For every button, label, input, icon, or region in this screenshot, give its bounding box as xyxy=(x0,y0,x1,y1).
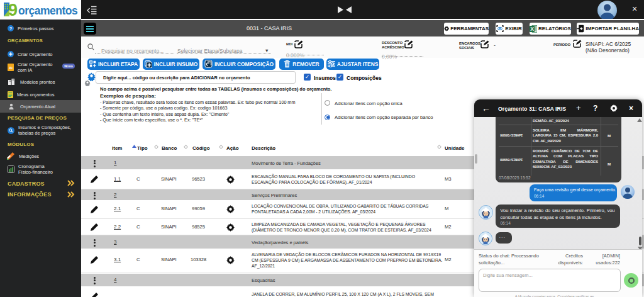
svg-text:X: X xyxy=(530,26,534,32)
svg-text:9: 9 xyxy=(8,1,18,19)
svg-text:?: ? xyxy=(9,26,13,31)
svg-text:orçamentos: orçamentos xyxy=(18,4,78,17)
svg-text:Ai: Ai xyxy=(9,66,13,70)
